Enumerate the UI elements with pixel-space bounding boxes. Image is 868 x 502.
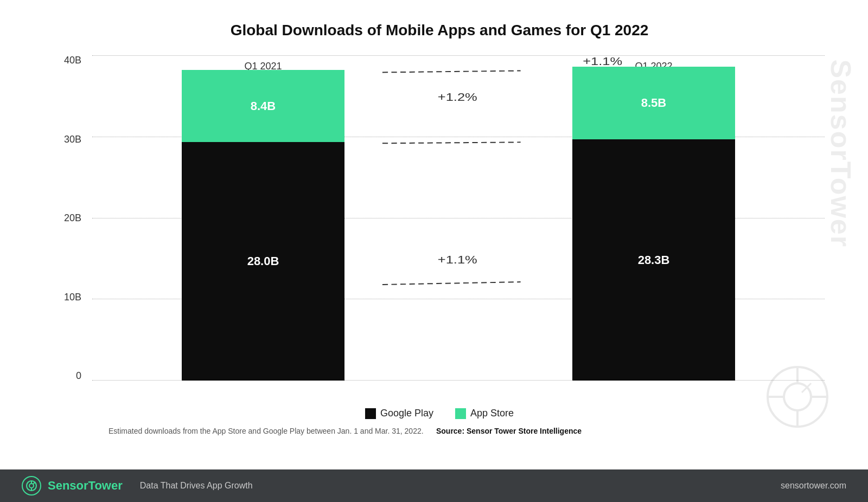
y-label-20b: 20B — [54, 213, 81, 223]
bar-group-q1-2022: 8.5B 28.3B — [572, 67, 735, 381]
legend-label-app-store: App Store — [470, 408, 514, 419]
google-play-bar-q1-2021: 28.0B — [182, 142, 344, 381]
bottom-bar-tagline: Data That Drives App Growth — [140, 481, 253, 491]
chart-inner: 8.4B 28.0B 8.5B — [92, 55, 825, 402]
y-label-10b: 10B — [54, 292, 81, 302]
bottom-bar: SensorTower Data That Drives App Growth … — [0, 469, 868, 502]
chart-container: Global Downloads of Mobile Apps and Game… — [0, 0, 868, 469]
legend: Google Play App Store — [54, 408, 825, 419]
footer-note: Estimated downloads from the App Store a… — [54, 419, 825, 437]
y-label-0: 0 — [54, 371, 81, 381]
bars-area: 8.4B 28.0B 8.5B — [92, 55, 825, 381]
y-label-40b: 40B — [54, 55, 81, 65]
bar-stack-q1-2022: 8.5B 28.3B — [572, 67, 735, 381]
sensortower-logo-icon — [22, 476, 41, 495]
app-store-bar-q1-2021: 8.4B — [182, 70, 344, 142]
legend-color-app-store — [455, 408, 466, 419]
y-label-30b: 30B — [54, 134, 81, 144]
y-axis: 0 10B 20B 30B 40B — [54, 55, 81, 402]
bar-group-q1-2021: 8.4B 28.0B — [182, 70, 344, 381]
legend-label-google-play: Google Play — [380, 408, 433, 419]
bottom-bar-url: sensortower.com — [781, 481, 846, 491]
brand-name-tower: Tower — [88, 479, 123, 492]
legend-color-google-play — [365, 408, 376, 419]
app-store-bar-q1-2022: 8.5B — [572, 67, 735, 139]
svg-point-14 — [29, 484, 34, 488]
legend-app-store: App Store — [455, 408, 514, 419]
footer-note-text: Estimated downloads from the App Store a… — [108, 427, 424, 435]
chart-title: Global Downloads of Mobile Apps and Game… — [54, 22, 825, 39]
google-play-bar-q1-2022: 28.3B — [572, 139, 735, 381]
brand-name-sensor: Sensor — [48, 479, 88, 492]
legend-google-play: Google Play — [365, 408, 433, 419]
chart-area: 0 10B 20B 30B 40B 8.4B — [54, 55, 825, 402]
bottom-bar-logo-text: SensorTower — [48, 479, 123, 493]
bottom-bar-left: SensorTower Data That Drives App Growth — [22, 476, 253, 495]
bar-stack-q1-2021: 8.4B 28.0B — [182, 70, 344, 381]
footer-source: Source: Sensor Tower Store Intelligence — [436, 427, 582, 435]
